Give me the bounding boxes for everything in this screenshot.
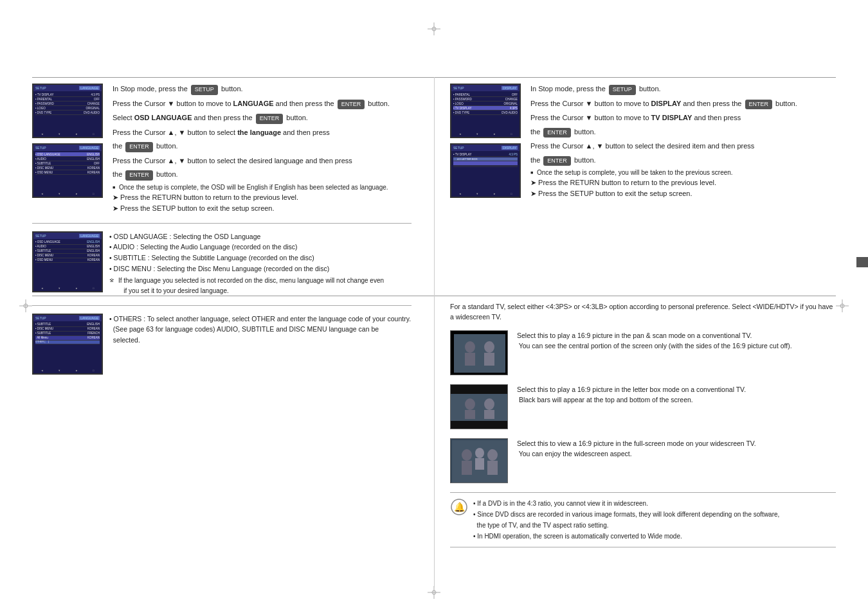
tv-wide-text: Select this to view a 16:9 picture in th…	[517, 438, 756, 460]
lang-subtitle: • SUBTITLE : Selecting the Subtitle Lang…	[109, 253, 384, 263]
setup-exit-r: SETUP	[570, 190, 593, 197]
right-screen2-body: • TV DISPLAY4:3 PS 4:3 LETTER BOX	[451, 151, 520, 168]
svg-rect-13	[454, 334, 505, 373]
sidebar-tab	[856, 257, 868, 267]
right-section1: SETUP DISPLAY • PARENTALOFF • PASSWORDCH…	[450, 84, 836, 200]
screen2-row5: • OSD MENUKOREAN	[35, 170, 100, 175]
tv-thumb-letter-box	[450, 384, 508, 429]
right-screen1-body: • PARENTALOFF • PASSWORDCHANGE • LOGOORI…	[451, 91, 520, 116]
screen2-row1: • OSD LANGUAGEENGLISH	[35, 152, 100, 157]
lang-osd: • OSD LANGUAGE : Selecting the OSD Langu…	[109, 231, 384, 242]
instr-line-3: Select OSD LANGUAGE and then press the E…	[113, 112, 395, 124]
vert-divider	[434, 77, 435, 587]
screen-mockups-left: SETUP LANGUAGE • TV DISPLAY4:3 PS • PARE…	[32, 84, 106, 198]
screen3-tab: LANGUAGE	[79, 234, 100, 238]
right-screen2-row1: • TV DISPLAY4:3 PS	[453, 152, 518, 157]
screen1-tab: LANGUAGE	[79, 86, 100, 90]
screen1-row4: • LOGOORIGINAL	[35, 106, 100, 111]
screen4-row3: • SUBTITLEFRENCH	[35, 332, 100, 336]
left-divider-1	[32, 223, 411, 224]
left-instructions: In Stop mode, press the SETUP button. Pr…	[113, 84, 395, 215]
svg-point-22	[484, 398, 494, 410]
svg-point-20	[465, 398, 475, 410]
lang-note-star: If the language you selected is not reco…	[109, 276, 384, 296]
svg-rect-23	[484, 410, 494, 419]
tv-option-letter-box: Select this to play a 16:9 picture in th…	[450, 384, 836, 429]
right-screen1-row2: • PASSWORDCHANGE	[453, 97, 518, 102]
enter-btn-r2: ENTER	[543, 128, 571, 138]
lang-audio: • AUDIO : Selecting the Audio Language (…	[109, 242, 384, 253]
osd-note: Once the setup is complete, the OSD will…	[113, 184, 395, 191]
right-screen-2: SETUP DISPLAY • TV DISPLAY4:3 PS 4:3 LET…	[450, 143, 521, 198]
svg-point-26	[462, 449, 472, 461]
left-section1: SETUP LANGUAGE • TV DISPLAY4:3 PS • PARE…	[32, 84, 411, 215]
svg-point-30	[475, 448, 484, 458]
screen2-header: SETUP LANGUAGE	[33, 145, 102, 151]
screen4-body: • SUBTITLEENGLISH • DISC MENUKOREAN • SU…	[33, 321, 102, 346]
return-btn: RETURN	[152, 193, 182, 201]
screen4-header: SETUP LANGUAGE	[33, 315, 102, 321]
right-screen1-title: SETUP	[453, 86, 464, 90]
screen4-row4: All MenuKOREAN	[35, 336, 100, 341]
tv-option-pan-scan: Select this to play a 16:9 picture in th…	[450, 330, 836, 375]
tv-letter-box-text: Select this to play a 16:9 picture in th…	[517, 384, 746, 406]
right-screen1-footer: ◄▼►□	[451, 132, 520, 136]
screen1-row3: • PASSWORDCHANGE	[35, 102, 100, 106]
screen3-title: SETUP	[35, 234, 46, 238]
right-screen-1: SETUP DISPLAY • PARENTALOFF • PASSWORDCH…	[450, 84, 521, 138]
screen2-row2: • AUDIOENGLISH	[35, 157, 100, 161]
right-instructions: In Stop mode, press the SETUP button. Pr…	[530, 84, 813, 200]
tv-intro: For a standard TV, select either <4:3PS>…	[450, 302, 836, 323]
svg-point-5	[432, 591, 436, 594]
svg-point-8	[24, 304, 28, 308]
right-screen1-row5: • DVD TYPEDVD AUDIO	[453, 111, 518, 115]
tv-thumb-wide	[450, 438, 508, 483]
left-column: SETUP LANGUAGE • TV DISPLAY4:3 PS • PARE…	[32, 84, 411, 381]
right-screen1-header: SETUP DISPLAY	[451, 85, 520, 91]
screen4-row1: • SUBTITLEENGLISH	[35, 323, 100, 327]
screen3-footer: ◄▼►□	[33, 287, 102, 290]
instr-line-1: In Stop mode, press the SETUP button.	[113, 84, 395, 95]
crosshair-bottom	[428, 586, 440, 600]
instr-line-7: the ENTER button.	[113, 169, 395, 181]
tv-pan-scan-text: Select this to play a 16:9 picture in th…	[517, 330, 792, 352]
tv-option-wide: Select this to view a 16:9 picture in th…	[450, 438, 836, 483]
screen1-body: • TV DISPLAY4:3 PS • PARENTALOFF • PASSW…	[33, 91, 102, 116]
right-screen-mockups: SETUP DISPLAY • PARENTALOFF • PASSWORDCH…	[450, 84, 524, 198]
right-press-exit: ➤ Press the SETUP button to exit the set…	[530, 190, 813, 198]
svg-rect-29	[487, 461, 498, 475]
enter-btn-2: ENTER	[256, 114, 284, 124]
tv-bottom-notes: 🔔 • If a DVD is in the 4:3 ratio, you ca…	[450, 492, 836, 547]
note-icon-container: 🔔	[450, 498, 468, 517]
screen2-footer: ◄▼►□	[33, 192, 102, 195]
screen1-row2: • PARENTALOFF	[35, 97, 100, 102]
note-icon: 🔔	[450, 498, 468, 516]
right-screen2-tab: DISPLAY	[502, 146, 518, 150]
screen1-header: SETUP LANGUAGE	[33, 85, 102, 91]
screen4-row2: • DISC MENUKOREAN	[35, 327, 100, 332]
screen-mockup-1: SETUP LANGUAGE • TV DISPLAY4:3 PS • PARE…	[32, 84, 103, 138]
screen-mockup-3: SETUP LANGUAGE • OSD LANGUAGEENGLISH • A…	[32, 231, 103, 292]
screen2-title: SETUP	[35, 146, 46, 150]
screen2-row3: • SUBTITLEOFF	[35, 161, 100, 166]
right-note: Once the setup is complete, you will be …	[530, 169, 813, 176]
screen1-row5: • DVD TYPEDVD AUDIO	[35, 111, 100, 115]
screen1-title: SETUP	[35, 86, 46, 90]
tv-thumb-pan-scan	[450, 330, 508, 375]
svg-rect-19	[451, 394, 508, 421]
screen2-body: • OSD LANGUAGEENGLISH • AUDIOENGLISH • S…	[33, 151, 102, 176]
enter-btn-r3: ENTER	[543, 156, 571, 166]
setup-btn-r1: SETUP	[609, 85, 636, 95]
press-return: ➤ Press the RETURN button to return to t…	[113, 193, 395, 202]
tv-note-2: • Since DVD discs are recorded in variou…	[473, 509, 779, 531]
screen3-row3: • SUBTITLEENGLISH	[35, 249, 100, 254]
right-instr-2: Press the Cursor ▼ button to move to DIS…	[530, 98, 813, 110]
left-section2: SETUP LANGUAGE • OSD LANGUAGEENGLISH • A…	[32, 231, 411, 298]
screen-mockup-2: SETUP LANGUAGE • OSD LANGUAGEENGLISH • A…	[32, 143, 103, 198]
screen3-body: • OSD LANGUAGEENGLISH • AUDIOENGLISH • S…	[33, 239, 102, 264]
instr-line-2: Press the Cursor ▼ button to move to LAN…	[113, 98, 395, 110]
instr-line-6: Press the Cursor ▲, ▼ button to select t…	[113, 155, 395, 166]
right-instr-4: the ENTER button.	[530, 127, 813, 138]
right-column: SETUP DISPLAY • PARENTALOFF • PASSWORDCH…	[450, 84, 836, 208]
crosshair-left	[19, 299, 32, 314]
